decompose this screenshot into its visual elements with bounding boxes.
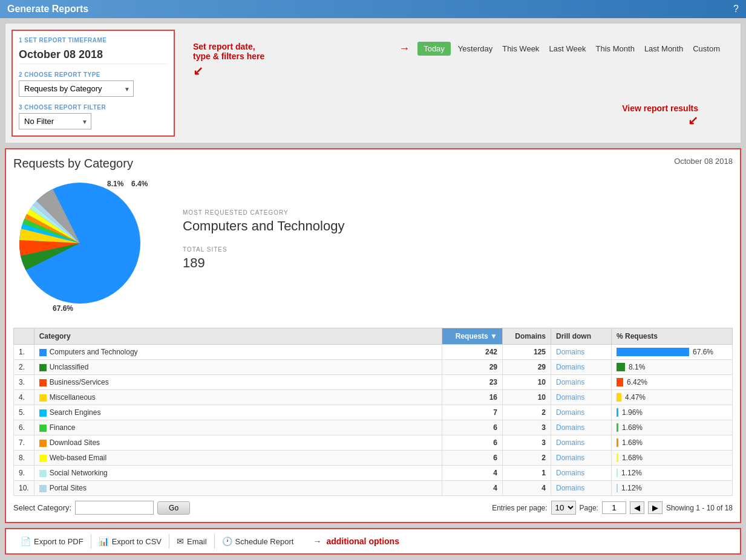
bar-cell: 1.68%	[617, 423, 727, 432]
schedule-button[interactable]: 🕐 Schedule Report	[215, 534, 301, 549]
domains-link[interactable]: Domains	[556, 393, 584, 402]
prev-page-button[interactable]: ◀	[630, 501, 644, 514]
category-color-dot	[39, 455, 47, 462]
export-csv-button[interactable]: 📊 Export to CSV	[91, 534, 169, 549]
pct-label: 1.12%	[621, 469, 642, 477]
filter-select[interactable]: No Filter Allowed Blocked	[19, 113, 91, 129]
select-category-input[interactable]	[75, 501, 154, 515]
btn-custom[interactable]: Custom	[690, 43, 722, 54]
email-button[interactable]: ✉ Email	[169, 534, 215, 549]
date-display: October 08 2018	[19, 46, 168, 64]
row-requests: 4	[442, 481, 503, 496]
category-color-dot	[39, 364, 47, 371]
row-num: 1.	[14, 345, 34, 360]
row-num: 9.	[14, 466, 34, 481]
select-category-label: Select Category:	[13, 503, 71, 512]
total-sites-label: TOTAL SITES	[183, 246, 721, 253]
bar-cell: 8.1%	[617, 363, 727, 371]
report-type-wrapper: Requests by Category Requests by Domain …	[19, 80, 134, 97]
domains-link[interactable]: Domains	[556, 423, 584, 432]
pie-chart-svg	[13, 177, 146, 310]
stats-area: MOST REQUESTED CATEGORY Computers and Te…	[171, 197, 733, 295]
row-requests: 242	[442, 345, 503, 360]
step2-label: 2 CHOOSE REPORT TYPE	[19, 71, 168, 78]
domains-link[interactable]: Domains	[556, 348, 584, 356]
pct-label: 1.96%	[622, 408, 643, 417]
row-domains: 29	[503, 360, 551, 375]
col-requests-header[interactable]: Requests ▼	[442, 328, 503, 345]
domains-link[interactable]: Domains	[556, 469, 584, 477]
row-drilldown: Domains	[551, 390, 612, 405]
most-requested-value: Computers and Technology	[183, 218, 721, 234]
entries-per-page-select[interactable]: 10 25 50	[551, 501, 576, 515]
pct-bar	[617, 408, 618, 417]
results-panel: Requests by Category October 08 2018 8.1…	[5, 148, 741, 523]
filter-wrapper: No Filter Allowed Blocked ▼	[19, 113, 91, 129]
row-num: 2.	[14, 360, 34, 375]
showing-text: Showing 1 - 10 of 18	[666, 504, 733, 512]
bar-cell: 1.96%	[617, 408, 727, 417]
btn-last-week[interactable]: Last Week	[546, 43, 588, 54]
btn-last-month[interactable]: Last Month	[642, 43, 685, 54]
annotation-set-report: Set report date,type & filters here ↙	[193, 42, 264, 78]
bar-cell: 1.68%	[617, 454, 727, 462]
today-arrow: →	[399, 42, 410, 55]
pct-bar	[617, 378, 623, 386]
table-footer: Select Category: Go Entries per page: 10…	[13, 501, 733, 515]
row-domains: 1	[503, 466, 551, 481]
table-row: 2. Unclassified 29 29 Domains 8.1%	[14, 360, 733, 375]
domains-link[interactable]: Domains	[556, 363, 584, 371]
domains-link[interactable]: Domains	[556, 454, 584, 462]
col-drilldown-header: Drill down	[551, 328, 612, 345]
row-category: Finance	[34, 420, 442, 435]
btn-this-week[interactable]: This Week	[500, 43, 542, 54]
col-pct-header: % Requests	[612, 328, 733, 345]
config-left: 1 SET REPORT TIMEFRAME October 08 2018 2…	[11, 30, 175, 137]
results-title: Requests by Category	[13, 157, 133, 171]
results-header: Requests by Category October 08 2018	[13, 157, 733, 171]
total-sites-section: TOTAL SITES 189	[183, 246, 721, 271]
category-color-dot	[39, 440, 47, 447]
btn-today[interactable]: Today	[417, 42, 451, 56]
row-domains: 125	[503, 345, 551, 360]
pct-bar	[617, 469, 618, 477]
btn-yesterday[interactable]: Yesterday	[456, 43, 495, 54]
page-label: Page:	[580, 504, 598, 512]
next-page-button[interactable]: ▶	[648, 501, 663, 514]
row-pct: 8.1%	[612, 360, 733, 375]
row-domains: 2	[503, 405, 551, 420]
help-icon[interactable]: ?	[733, 4, 739, 15]
page-input[interactable]	[602, 501, 626, 514]
row-requests: 6	[442, 451, 503, 466]
bar-cell: 6.42%	[617, 378, 727, 386]
config-right: Set report date,type & filters here ↙ → …	[181, 30, 735, 137]
export-pdf-button[interactable]: 📄 Export to PDF	[13, 534, 91, 549]
pct-label: 1.68%	[622, 423, 643, 432]
category-color-dot	[39, 485, 47, 492]
bottom-actions: 📄 Export to PDF 📊 Export to CSV ✉ Email …	[5, 528, 741, 555]
pie-chart-container: 8.1% 6.4%	[13, 177, 152, 316]
btn-this-month[interactable]: This Month	[594, 43, 637, 54]
row-drilldown: Domains	[551, 420, 612, 435]
row-pct: 1.68%	[612, 420, 733, 435]
pct-bar	[617, 363, 625, 371]
domains-link[interactable]: Domains	[556, 484, 584, 492]
domains-link[interactable]: Domains	[556, 378, 584, 386]
row-pct: 6.42%	[612, 375, 733, 390]
most-requested-label: MOST REQUESTED CATEGORY	[183, 209, 721, 216]
col-domains-header: Domains	[503, 328, 551, 345]
row-pct: 1.12%	[612, 466, 733, 481]
row-domains: 3	[503, 420, 551, 435]
row-num: 8.	[14, 451, 34, 466]
pct-label: 1.68%	[622, 454, 643, 462]
most-requested-section: MOST REQUESTED CATEGORY Computers and Te…	[183, 209, 721, 234]
report-type-select[interactable]: Requests by Category Requests by Domain …	[19, 80, 134, 97]
entries-per-page-label: Entries per page:	[492, 504, 547, 512]
domains-link[interactable]: Domains	[556, 438, 584, 447]
chart-stats-area: 8.1% 6.4%	[13, 177, 733, 316]
page-title: Generate Reports	[7, 4, 88, 15]
select-category-area: Select Category: Go	[13, 501, 190, 515]
additional-options-annotation: → additional options	[313, 536, 399, 546]
domains-link[interactable]: Domains	[556, 408, 584, 417]
go-button[interactable]: Go	[157, 501, 190, 515]
